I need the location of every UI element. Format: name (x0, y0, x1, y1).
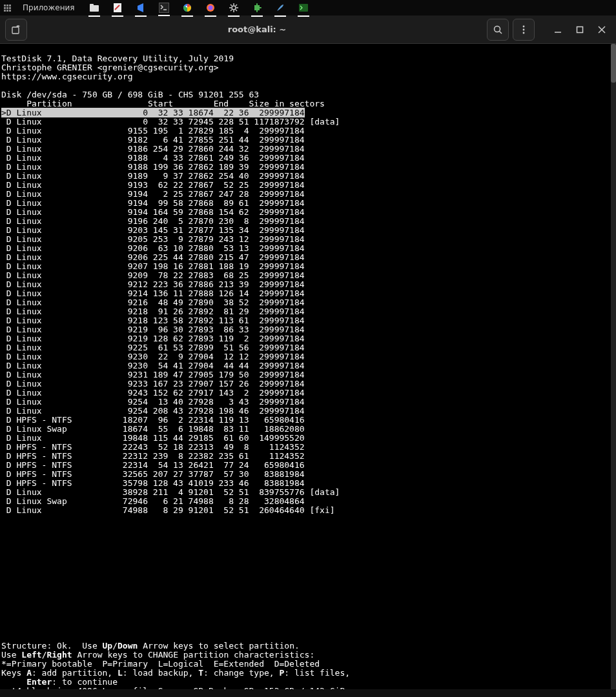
terminal-scrollbar[interactable] (611, 44, 616, 689)
help-line-1: Structure: Ok. Use Up/Down Arrow keys to… (1, 641, 300, 651)
partition-row[interactable]: D HPFS - NTFS 35798 128 43 41019 233 46 … (1, 478, 305, 488)
partition-row[interactable]: D Linux 9194 164 59 27868 154 62 2999971… (1, 207, 305, 217)
partition-row[interactable]: D Linux 9155 195 1 27829 185 4 299997184 (1, 126, 305, 136)
text-editor-icon[interactable] (112, 3, 123, 13)
disk-info-line: Disk /dev/sda - 750 GB / 698 GiB - CHS 9… (1, 90, 259, 99)
key-down: Down (118, 641, 138, 651)
partition-row[interactable]: D Linux 9209 78 22 27883 68 25 299997184 (1, 270, 305, 280)
svg-line-13 (231, 5, 232, 6)
svg-point-8 (232, 6, 236, 10)
search-icon (493, 25, 503, 35)
partition-row[interactable]: D Linux 9189 9 37 27862 254 40 299997184 (1, 171, 305, 181)
partition-row[interactable]: D Linux 9219 128 62 27893 119 2 29999718… (1, 334, 305, 343)
partition-row[interactable]: D HPFS - NTFS 32565 207 27 37787 57 30 8… (1, 469, 305, 479)
search-button[interactable] (487, 19, 509, 41)
menu-button[interactable] (513, 19, 535, 41)
applications-menu-label[interactable]: Приложения (23, 3, 75, 12)
maximize-icon (576, 26, 584, 34)
partition-row[interactable]: D Linux 9231 189 47 27905 179 50 2999971… (1, 370, 305, 379)
partition-row[interactable]: D Linux 38928 211 4 91201 52 51 83975577… (1, 487, 340, 497)
partition-row[interactable]: D Linux 19848 115 44 29185 61 60 1499955… (1, 433, 305, 443)
green-terminal-icon[interactable] (298, 3, 309, 13)
partition-row[interactable]: D HPFS - NTFS 22312 239 8 22382 235 61 1… (1, 451, 305, 461)
vscode-icon[interactable] (136, 3, 146, 13)
svg-point-21 (495, 26, 500, 32)
partition-row[interactable]: D Linux 9206 63 10 27880 53 13 299997184 (1, 243, 305, 253)
partition-row[interactable]: D Linux 0 32 33 72945 228 51 1171873792 … (1, 117, 340, 126)
terminal-icon[interactable] (159, 3, 169, 13)
partition-row[interactable]: D Linux 9206 225 44 27880 215 47 2999971… (1, 252, 305, 262)
scrollbar-thumb[interactable] (611, 44, 616, 83)
partition-row[interactable]: D Linux 9225 61 53 27899 51 56 299997184 (1, 343, 305, 352)
partition-row[interactable]: D Linux 9205 253 9 27879 243 12 29999718… (1, 234, 305, 244)
maximize-button[interactable] (571, 19, 589, 41)
partition-row[interactable]: D Linux 9212 223 36 27886 213 39 2999971… (1, 279, 305, 289)
settings-icon[interactable] (229, 3, 239, 13)
apps-grid-icon[interactable] (4, 5, 11, 12)
puzzle-icon[interactable] (252, 3, 262, 13)
window-title: root@kali: ~ (27, 25, 487, 34)
svg-point-25 (523, 32, 525, 34)
key-right: Right (46, 650, 72, 660)
partition-row[interactable]: D Linux 9186 254 29 27860 244 32 2999971… (1, 144, 305, 154)
firefox-icon[interactable] (205, 3, 216, 13)
key-up: Up (103, 641, 113, 651)
partition-row[interactable]: D Linux 9254 208 43 27928 198 46 2999971… (1, 406, 305, 416)
partition-row[interactable]: D Linux 9230 54 41 27904 44 44 299997184 (1, 361, 305, 370)
partition-row[interactable]: D HPFS - NTFS 22243 52 18 22313 49 8 112… (1, 442, 305, 452)
files-icon[interactable] (89, 3, 99, 13)
svg-rect-1 (90, 4, 94, 6)
help-line-3: *=Primary bootable P=Primary L=Logical E… (1, 659, 320, 669)
partition-row[interactable]: D Linux 9219 96 30 27893 86 33 299997184 (1, 325, 305, 334)
partition-row[interactable]: D Linux Swap 72946 6 21 74988 8 28 32804… (1, 496, 305, 506)
testdisk-author-line: Christophe GRENIER <grenier@cgsecurity.o… (1, 63, 219, 72)
key-a: A (26, 668, 32, 678)
partition-row[interactable]: D Linux 74988 8 29 91201 52 51 260464640… (1, 505, 335, 515)
key-left: Left (21, 650, 41, 660)
partition-row[interactable]: D HPFS - NTFS 18207 96 2 22314 119 13 65… (1, 415, 305, 425)
partition-row[interactable]: D Linux 9194 99 58 27868 89 61 299997184 (1, 198, 305, 208)
partition-row[interactable]: D Linux 9203 145 31 27877 135 34 2999971… (1, 225, 305, 235)
key-enter: Enter (26, 677, 52, 687)
svg-rect-27 (577, 26, 583, 32)
partition-row[interactable]: D Linux 9194 2 25 27867 247 28 299997184 (1, 189, 305, 199)
partition-row[interactable]: D Linux 9216 48 49 27890 38 52 299997184 (1, 298, 305, 307)
terminal-output[interactable]: TestDisk 7.1, Data Recovery Utility, Jul… (0, 44, 616, 697)
svg-line-22 (500, 31, 502, 34)
close-button[interactable] (593, 19, 611, 41)
partition-row[interactable]: D Linux 9188 4 33 27861 249 36 299997184 (1, 153, 305, 163)
partition-row[interactable]: D Linux 9218 123 58 27892 113 61 2999971… (1, 316, 305, 325)
partition-row[interactable]: D Linux 9188 199 36 27862 189 39 2999971… (1, 162, 305, 172)
chrome-icon[interactable] (182, 3, 192, 13)
svg-point-24 (523, 28, 525, 30)
partition-row[interactable]: >D Linux 0 32 33 18674 22 36 299997184 (1, 108, 305, 117)
window-title-bar: root@kali: ~ (0, 15, 616, 44)
partition-row[interactable]: D Linux 9218 91 26 27892 81 29 299997184 (1, 307, 305, 316)
new-tab-button[interactable] (5, 19, 27, 41)
partition-row[interactable]: D Linux 9196 240 5 27870 230 8 299997184 (1, 216, 305, 226)
minimize-button[interactable] (549, 19, 567, 41)
partition-row[interactable]: D Linux 9243 152 62 27917 143 2 29999718… (1, 388, 305, 398)
kebab-icon (518, 25, 529, 35)
taskbar-tray (89, 3, 309, 13)
svg-rect-17 (299, 4, 308, 12)
partition-row[interactable]: D Linux 9233 167 23 27907 157 26 2999971… (1, 379, 305, 389)
svg-line-15 (236, 5, 237, 6)
close-icon (598, 26, 606, 34)
columns-header: Partition Start End Size in sectors (1, 99, 325, 108)
partition-row[interactable]: D Linux 9207 198 16 27881 188 19 2999971… (1, 261, 305, 271)
partition-row[interactable]: D Linux 9214 136 11 27888 126 14 2999971… (1, 288, 305, 298)
svg-line-14 (236, 10, 237, 11)
brush-icon[interactable] (275, 3, 285, 13)
partition-row[interactable]: D HPFS - NTFS 22314 54 13 26421 77 24 65… (1, 460, 305, 470)
minimize-icon (554, 26, 562, 34)
partition-row[interactable]: D Linux 9230 22 9 27904 12 12 299997184 (1, 352, 305, 361)
partition-row[interactable]: D Linux Swap 18674 55 6 19848 83 11 1886… (1, 424, 305, 434)
partition-row[interactable]: D Linux 9182 6 41 27855 251 44 299997184 (1, 135, 305, 145)
partition-row[interactable]: D Linux 9254 13 40 27928 3 43 299997184 (1, 397, 305, 407)
desktop-top-panel: Приложения (0, 0, 616, 15)
svg-point-23 (523, 25, 525, 27)
partition-list[interactable]: >D Linux 0 32 33 18674 22 36 299997184 D… (1, 108, 615, 515)
svg-rect-18 (12, 27, 19, 34)
partition-row[interactable]: D Linux 9193 62 22 27867 52 25 299997184 (1, 180, 305, 190)
